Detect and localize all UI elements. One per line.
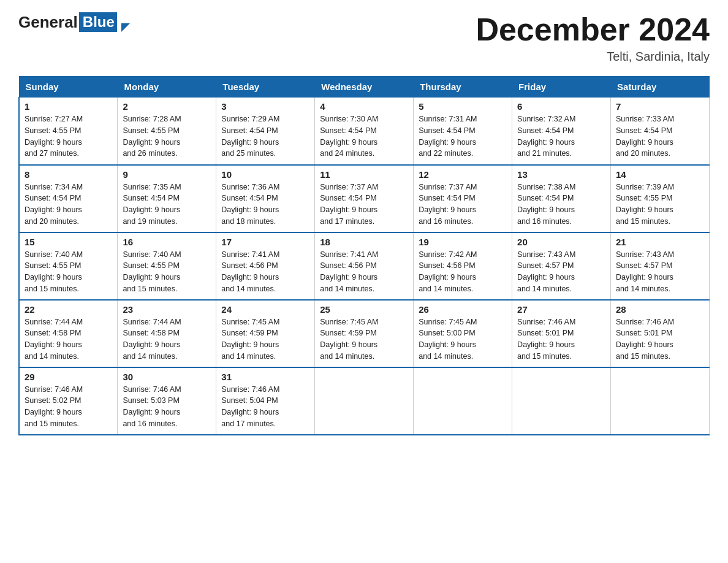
day-info: Sunrise: 7:37 AM Sunset: 4:54 PM Dayligh… (320, 182, 408, 228)
calendar-cell: 2 Sunrise: 7:28 AM Sunset: 4:55 PM Dayli… (118, 98, 216, 165)
day-info: Sunrise: 7:30 AM Sunset: 4:54 PM Dayligh… (320, 113, 408, 159)
day-info: Sunrise: 7:39 AM Sunset: 4:55 PM Dayligh… (616, 182, 704, 228)
header-thursday: Thursday (414, 77, 512, 98)
day-number: 23 (123, 304, 211, 315)
day-info: Sunrise: 7:46 AM Sunset: 5:03 PM Dayligh… (123, 384, 211, 430)
calendar-cell: 24 Sunrise: 7:45 AM Sunset: 4:59 PM Dayl… (216, 300, 315, 367)
calendar-cell: 3 Sunrise: 7:29 AM Sunset: 4:54 PM Dayli… (216, 98, 315, 165)
calendar-cell: 23 Sunrise: 7:44 AM Sunset: 4:58 PM Dayl… (118, 300, 216, 367)
month-title: December 2024 (476, 12, 710, 47)
day-number: 26 (419, 304, 507, 315)
calendar-cell: 17 Sunrise: 7:41 AM Sunset: 4:56 PM Dayl… (216, 232, 315, 300)
calendar-cell: 27 Sunrise: 7:46 AM Sunset: 5:01 PM Dayl… (512, 300, 611, 367)
calendar-cell: 14 Sunrise: 7:39 AM Sunset: 4:55 PM Dayl… (611, 165, 710, 232)
day-info: Sunrise: 7:32 AM Sunset: 4:54 PM Dayligh… (517, 113, 605, 159)
calendar-header-row: SundayMondayTuesdayWednesdayThursdayFrid… (19, 77, 710, 98)
day-info: Sunrise: 7:41 AM Sunset: 4:56 PM Dayligh… (320, 249, 408, 295)
calendar-cell: 25 Sunrise: 7:45 AM Sunset: 4:59 PM Dayl… (315, 300, 414, 367)
day-info: Sunrise: 7:44 AM Sunset: 4:58 PM Dayligh… (123, 316, 211, 362)
calendar-week-row: 1 Sunrise: 7:27 AM Sunset: 4:55 PM Dayli… (19, 98, 710, 165)
logo: General Blue (18, 12, 130, 32)
day-info: Sunrise: 7:46 AM Sunset: 5:01 PM Dayligh… (517, 316, 605, 362)
day-number: 24 (221, 304, 309, 315)
header-tuesday: Tuesday (216, 77, 315, 98)
title-area: December 2024 Telti, Sardinia, Italy (476, 12, 710, 64)
day-info: Sunrise: 7:46 AM Sunset: 5:04 PM Dayligh… (221, 384, 309, 430)
calendar-cell: 13 Sunrise: 7:38 AM Sunset: 4:54 PM Dayl… (512, 165, 611, 232)
calendar-cell: 10 Sunrise: 7:36 AM Sunset: 4:54 PM Dayl… (216, 165, 315, 232)
day-info: Sunrise: 7:46 AM Sunset: 5:01 PM Dayligh… (616, 316, 704, 362)
calendar-cell: 11 Sunrise: 7:37 AM Sunset: 4:54 PM Dayl… (315, 165, 414, 232)
calendar-cell: 31 Sunrise: 7:46 AM Sunset: 5:04 PM Dayl… (216, 367, 315, 435)
calendar-cell: 30 Sunrise: 7:46 AM Sunset: 5:03 PM Dayl… (118, 367, 216, 435)
day-number: 11 (320, 169, 408, 180)
logo-blue-text: Blue (79, 12, 117, 32)
day-info: Sunrise: 7:29 AM Sunset: 4:54 PM Dayligh… (221, 113, 309, 159)
calendar-cell: 6 Sunrise: 7:32 AM Sunset: 4:54 PM Dayli… (512, 98, 611, 165)
day-info: Sunrise: 7:45 AM Sunset: 4:59 PM Dayligh… (221, 316, 309, 362)
day-info: Sunrise: 7:27 AM Sunset: 4:55 PM Dayligh… (25, 113, 112, 159)
calendar-cell: 18 Sunrise: 7:41 AM Sunset: 4:56 PM Dayl… (315, 232, 414, 300)
day-number: 10 (221, 169, 309, 180)
calendar-cell: 8 Sunrise: 7:34 AM Sunset: 4:54 PM Dayli… (19, 165, 118, 232)
day-number: 9 (123, 169, 211, 180)
calendar-cell: 7 Sunrise: 7:33 AM Sunset: 4:54 PM Dayli… (611, 98, 710, 165)
calendar-cell: 26 Sunrise: 7:45 AM Sunset: 5:00 PM Dayl… (414, 300, 512, 367)
day-info: Sunrise: 7:41 AM Sunset: 4:56 PM Dayligh… (221, 249, 309, 295)
day-info: Sunrise: 7:46 AM Sunset: 5:02 PM Dayligh… (25, 384, 112, 430)
day-info: Sunrise: 7:40 AM Sunset: 4:55 PM Dayligh… (25, 249, 112, 295)
calendar-cell: 29 Sunrise: 7:46 AM Sunset: 5:02 PM Dayl… (19, 367, 118, 435)
page-header: General Blue December 2024 Telti, Sardin… (18, 12, 710, 64)
day-number: 14 (616, 169, 704, 180)
day-info: Sunrise: 7:43 AM Sunset: 4:57 PM Dayligh… (616, 249, 704, 295)
day-number: 13 (517, 169, 605, 180)
calendar-cell (315, 367, 414, 435)
header-monday: Monday (118, 77, 216, 98)
calendar-cell (611, 367, 710, 435)
day-number: 12 (419, 169, 507, 180)
day-number: 1 (25, 101, 112, 112)
day-number: 17 (221, 237, 309, 247)
day-info: Sunrise: 7:40 AM Sunset: 4:55 PM Dayligh… (123, 249, 211, 295)
day-number: 18 (320, 237, 408, 247)
day-info: Sunrise: 7:43 AM Sunset: 4:57 PM Dayligh… (517, 249, 605, 295)
header-wednesday: Wednesday (315, 77, 414, 98)
day-number: 27 (517, 304, 605, 315)
day-info: Sunrise: 7:34 AM Sunset: 4:54 PM Dayligh… (25, 182, 112, 228)
calendar-cell: 9 Sunrise: 7:35 AM Sunset: 4:54 PM Dayli… (118, 165, 216, 232)
day-info: Sunrise: 7:45 AM Sunset: 5:00 PM Dayligh… (419, 316, 507, 362)
calendar-cell (512, 367, 611, 435)
day-number: 28 (616, 304, 704, 315)
day-number: 16 (123, 237, 211, 247)
header-friday: Friday (512, 77, 611, 98)
day-info: Sunrise: 7:33 AM Sunset: 4:54 PM Dayligh… (616, 113, 704, 159)
day-info: Sunrise: 7:37 AM Sunset: 4:54 PM Dayligh… (419, 182, 507, 228)
calendar-week-row: 8 Sunrise: 7:34 AM Sunset: 4:54 PM Dayli… (19, 165, 710, 232)
calendar-cell: 19 Sunrise: 7:42 AM Sunset: 4:56 PM Dayl… (414, 232, 512, 300)
calendar-cell: 1 Sunrise: 7:27 AM Sunset: 4:55 PM Dayli… (19, 98, 118, 165)
day-number: 29 (25, 372, 112, 382)
day-info: Sunrise: 7:38 AM Sunset: 4:54 PM Dayligh… (517, 182, 605, 228)
calendar-week-row: 22 Sunrise: 7:44 AM Sunset: 4:58 PM Dayl… (19, 300, 710, 367)
day-number: 20 (517, 237, 605, 247)
day-number: 4 (320, 101, 408, 112)
calendar-week-row: 29 Sunrise: 7:46 AM Sunset: 5:02 PM Dayl… (19, 367, 710, 435)
day-info: Sunrise: 7:36 AM Sunset: 4:54 PM Dayligh… (221, 182, 309, 228)
calendar-cell: 12 Sunrise: 7:37 AM Sunset: 4:54 PM Dayl… (414, 165, 512, 232)
calendar-cell: 4 Sunrise: 7:30 AM Sunset: 4:54 PM Dayli… (315, 98, 414, 165)
day-number: 19 (419, 237, 507, 247)
calendar-cell: 28 Sunrise: 7:46 AM Sunset: 5:01 PM Dayl… (611, 300, 710, 367)
calendar-cell: 20 Sunrise: 7:43 AM Sunset: 4:57 PM Dayl… (512, 232, 611, 300)
day-info: Sunrise: 7:42 AM Sunset: 4:56 PM Dayligh… (419, 249, 507, 295)
day-number: 25 (320, 304, 408, 315)
header-saturday: Saturday (611, 77, 710, 98)
day-info: Sunrise: 7:35 AM Sunset: 4:54 PM Dayligh… (123, 182, 211, 228)
day-number: 31 (221, 372, 309, 382)
day-number: 8 (25, 169, 112, 180)
header-sunday: Sunday (19, 77, 118, 98)
day-info: Sunrise: 7:28 AM Sunset: 4:55 PM Dayligh… (123, 113, 211, 159)
day-number: 7 (616, 101, 704, 112)
location-text: Telti, Sardinia, Italy (476, 50, 710, 64)
day-info: Sunrise: 7:45 AM Sunset: 4:59 PM Dayligh… (320, 316, 408, 362)
logo-triangle-icon (121, 23, 130, 32)
